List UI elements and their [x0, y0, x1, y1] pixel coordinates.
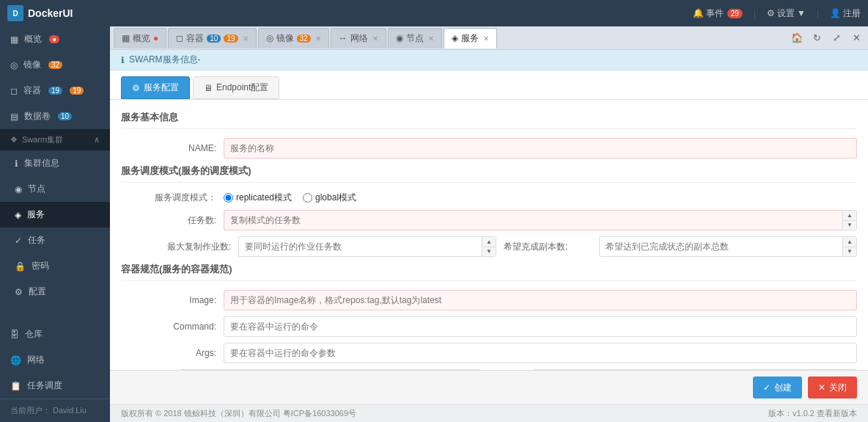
- node-icon: ◉: [15, 184, 22, 194]
- sidebar-item-services[interactable]: ◈ 服务: [0, 202, 110, 228]
- section-basic: 服务基本信息: [121, 111, 857, 129]
- gear-icon: ⚙: [767, 8, 775, 18]
- tasks-input[interactable]: [224, 210, 842, 230]
- args-input[interactable]: [224, 343, 857, 363]
- tab-service[interactable]: ◈ 服务 ✕: [444, 28, 497, 48]
- max-replicas-label: 最大复制作业数:: [121, 241, 238, 253]
- sidebar-item-task-schedule[interactable]: 📋 任务调度: [0, 373, 110, 399]
- alert-label: 事件: [706, 7, 724, 20]
- sidebar-item-mirror[interactable]: ◎ 镜像 32: [0, 52, 110, 78]
- scheduler-radio-group: replicated模式 global模式: [224, 192, 356, 204]
- sub-tab-service-config[interactable]: ⚙ 服务配置: [121, 76, 190, 99]
- copyright: 版权所有 © 2018 镜鲸科技（深圳）有限公司 粤ICP备16033069号: [121, 408, 356, 419]
- alert-nav-item[interactable]: 🔔 事件 29: [693, 7, 743, 20]
- sidebar-item-datavolume[interactable]: ▤ 数据卷 10: [0, 103, 110, 129]
- max-replicas-up[interactable]: ▲: [482, 237, 496, 247]
- section-scheduler: 服务调度模式(服务的调度模式): [121, 164, 857, 183]
- service-icon: ◈: [15, 210, 21, 220]
- tab-mirror[interactable]: ◎ 镜像 32 ✕: [258, 28, 329, 48]
- endpoint-config-label: Endpoint配置: [216, 81, 268, 94]
- content-area: 服务基本信息 NAME: 服务调度模式(服务的调度模式) 服务调度模式： rep…: [110, 100, 868, 370]
- mirror-tab-icon: ◎: [266, 33, 273, 43]
- sidebar-item-warehouse[interactable]: 🗄 仓库: [0, 321, 110, 347]
- max-replicas-spinbox: ▲ ▼: [238, 236, 496, 257]
- volume-icon: ▤: [10, 112, 18, 122]
- replicated-radio[interactable]: replicated模式: [224, 192, 292, 204]
- home-button[interactable]: 🏠: [789, 30, 805, 46]
- user-icon: 👤: [830, 8, 841, 18]
- max-replicas-input[interactable]: [238, 236, 482, 257]
- tab-overview[interactable]: ▦ 概览 ●: [114, 28, 166, 48]
- collapse-icon[interactable]: ∧: [94, 135, 100, 145]
- login-label: 注册: [843, 7, 861, 20]
- global-radio[interactable]: global模式: [303, 192, 356, 204]
- info-bar: ℹ SWARM服务信息-: [110, 50, 868, 70]
- section-container: 容器规范(服务的容器规范): [121, 263, 857, 281]
- desired-up[interactable]: ▲: [843, 237, 856, 247]
- image-input[interactable]: [224, 290, 857, 310]
- scheduler-mode-group: 服务调度模式： replicated模式 global模式: [121, 192, 857, 204]
- settings-nav-item[interactable]: ⚙ 设置 ▼: [767, 7, 806, 20]
- close-service-tab[interactable]: ✕: [483, 34, 489, 43]
- tasks-up-btn[interactable]: ▲: [843, 211, 856, 221]
- save-button[interactable]: ✓ 创建: [753, 376, 802, 399]
- command-input[interactable]: [224, 316, 857, 337]
- cancel-label: 关闭: [829, 382, 847, 394]
- alert-badge: 29: [727, 9, 743, 18]
- info-icon: ℹ: [121, 55, 125, 65]
- close-mirror-tab[interactable]: ✕: [315, 34, 321, 43]
- refresh-button[interactable]: ↻: [809, 30, 825, 46]
- brand: D DockerUI: [7, 5, 73, 21]
- command-label: Command:: [121, 321, 224, 332]
- max-replicas-btns: ▲ ▼: [482, 236, 496, 257]
- name-group: NAME:: [121, 138, 857, 159]
- sidebar-item-network[interactable]: 🌐 网络: [0, 347, 110, 373]
- tasks-down-btn[interactable]: ▼: [843, 221, 856, 230]
- sub-tab-endpoint-config[interactable]: 🖥 Endpoint配置: [193, 76, 279, 99]
- tab-node[interactable]: ◉ 节点 ✕: [388, 28, 442, 48]
- config-icon: ⚙: [15, 287, 23, 297]
- tasks-label: 任务数:: [121, 214, 224, 227]
- tab-container[interactable]: ◻ 容器 10 19 ✕: [168, 28, 256, 48]
- layout: ▦ 概览 ● ◎ 镜像 32 ◻ 容器 19 19 ▤ 数据卷 10 ❖ Swa…: [0, 26, 868, 422]
- close-container-tab[interactable]: ✕: [243, 34, 249, 43]
- tab-network[interactable]: ↔ 网络 ✕: [331, 28, 386, 48]
- endpoint-icon: 🖥: [204, 83, 213, 93]
- global-label: global模式: [315, 192, 356, 204]
- info-text: SWARM服务信息-: [129, 54, 201, 66]
- sidebar-item-cluster-info[interactable]: ℹ 集群信息: [0, 150, 110, 176]
- sidebar-section-swarm: ❖ Swarm集群 ∧: [0, 129, 110, 150]
- node-tab-icon: ◉: [396, 33, 403, 43]
- sidebar-item-tasks[interactable]: ✓ 任务: [0, 228, 110, 253]
- desired-down[interactable]: ▼: [843, 247, 856, 257]
- network-tab-icon: ↔: [339, 33, 347, 43]
- sidebar-item-secrets[interactable]: 🔒 密码: [0, 253, 110, 279]
- desired-input[interactable]: [599, 236, 842, 257]
- sidebar-item-nodes[interactable]: ◉ 节点: [0, 176, 110, 202]
- close-node-tab[interactable]: ✕: [428, 34, 434, 43]
- name-input[interactable]: [224, 138, 857, 159]
- sidebar-item-config[interactable]: ⚙ 配置: [0, 279, 110, 305]
- sub-tabs: ⚙ 服务配置 🖥 Endpoint配置: [110, 70, 868, 100]
- close-button[interactable]: ✕: [848, 30, 864, 46]
- container-icon: ◻: [10, 86, 18, 96]
- login-nav-item[interactable]: 👤 注册: [830, 7, 861, 20]
- user-label: 当前用户：: [10, 406, 51, 415]
- close-network-tab[interactable]: ✕: [372, 34, 378, 43]
- container-tab-icon: ◻: [176, 33, 183, 43]
- expand-button[interactable]: ⤢: [828, 30, 845, 46]
- sidebar-footer: 当前用户： David.Liu: [0, 399, 110, 422]
- service-tab-icon: ◈: [452, 33, 458, 43]
- cancel-button[interactable]: ✕ 关闭: [808, 376, 857, 399]
- sidebar-item-container[interactable]: ◻ 容器 19 19: [0, 78, 110, 103]
- sidebar-item-overview[interactable]: ▦ 概览 ●: [0, 26, 110, 52]
- args-group: Args:: [121, 343, 857, 363]
- grid-icon: ▦: [10, 34, 18, 45]
- tabbar-actions: 🏠 ↻ ⤢ ✕: [789, 30, 864, 46]
- name-label: NAME:: [121, 143, 224, 153]
- main-panel: ▦ 概览 ● ◻ 容器 10 19 ✕ ◎ 镜像 32 ✕ ↔ 网络 ✕: [110, 26, 868, 422]
- max-replicas-down[interactable]: ▼: [482, 247, 496, 257]
- desired-btns: ▲ ▼: [842, 236, 857, 257]
- tasks-group: 任务数: ▲ ▼: [121, 210, 857, 230]
- brand-title: DockerUI: [28, 7, 73, 19]
